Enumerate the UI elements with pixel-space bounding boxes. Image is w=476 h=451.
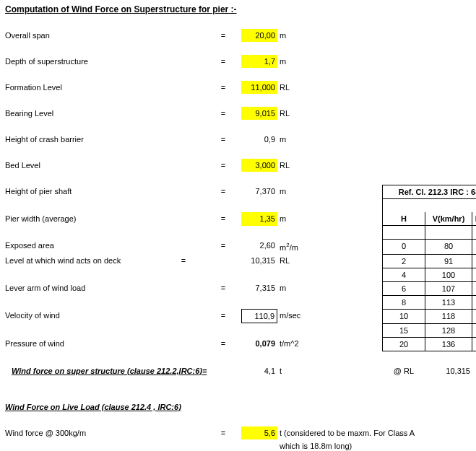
ref-header-v: V(km/hr) [425,212,472,226]
label-bed-level: Bed Level [3,159,205,172]
label-overall-span: Overall span [3,29,205,42]
label-pier-shaft: Height of pier shaft [3,185,205,199]
value-pressure[interactable]: 0,079 [241,337,277,351]
at-rl-label: @ RL [382,364,425,377]
value-bearing-level[interactable]: 9,015 [241,107,277,120]
value-overall-span[interactable]: 20,00 [241,29,277,42]
unit-overall-span: m [277,29,375,42]
value-exposed-area[interactable]: 2,60 [241,239,277,254]
value-wind-super[interactable]: 4,1 [241,364,277,377]
label-exposed-area: Exposed area [3,239,205,254]
value-bed-level[interactable]: 3,000 [241,159,277,172]
ref-row: 0 [382,239,425,254]
header-live-load: Wind Force on Live Load (clause 212.4 , … [3,400,303,413]
label-wind-level: Level at which wind acts on deck [3,254,162,268]
value-depth-super[interactable]: 1,7 [241,55,277,68]
label-crash-barrier: Height of crash barrier [3,133,205,146]
equals-sign: = [205,29,241,42]
unit-exposed-area: m2/m [277,239,375,254]
page-title: Computation of Wind Force on Superstruct… [3,3,375,16]
ref-header-h: H [382,212,425,226]
label-bearing-level: Bearing Level [3,107,205,120]
value-lever-arm[interactable]: 7,315 [241,281,277,295]
label-velocity: Velocity of wind [3,309,205,323]
value-formation-level[interactable]: 11,000 [241,81,277,94]
value-pier-shaft[interactable]: 7,370 [241,185,277,199]
at-rl-value: 10,315 [425,364,472,377]
label-wind-super: Wind force on super structure (clause 21… [3,364,241,377]
ref-header-p: P(kg/m2) [472,212,476,226]
label-lever-arm: Lever arm of wind load [3,281,205,295]
label-depth-super: Depth of superstructure [3,55,205,68]
label-pressure: Pressure of wind [3,337,205,351]
value-crash-barrier[interactable]: 0,9 [241,133,277,146]
value-wind-level[interactable]: 10,315 [241,254,277,268]
label-formation-level: Formation Level [3,81,205,94]
label-wind-300: Wind force @ 300kg/m [3,426,205,439]
label-pier-width: Pier width (average) [3,212,205,226]
value-wind-300[interactable]: 5,6 [241,426,277,439]
value-pier-width[interactable]: 1,35 [241,212,277,226]
ref-table-title: Ref. Cl. 212.3 IRC : 6-1966 [382,185,476,199]
value-velocity[interactable]: 110,9 [241,309,277,323]
